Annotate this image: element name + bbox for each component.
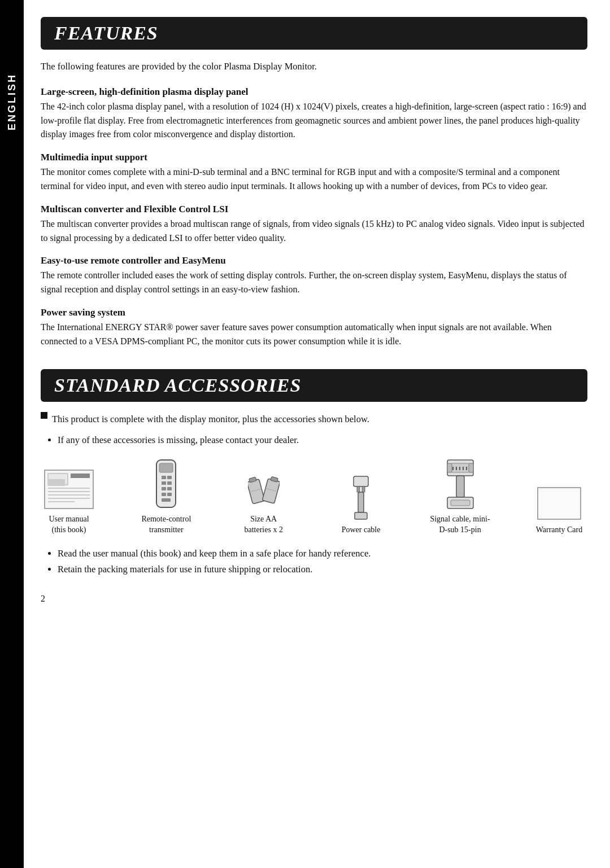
accessory-batteries: Size AAbatteries x 2 bbox=[236, 473, 292, 536]
power-cable-icon bbox=[345, 475, 377, 520]
svg-rect-2 bbox=[71, 474, 90, 478]
accessory-remote-control: Remote-controltransmitter bbox=[138, 458, 194, 536]
main-content: FEATURES The following features are prov… bbox=[24, 0, 610, 868]
svg-rect-13 bbox=[162, 481, 166, 485]
svg-rect-26 bbox=[354, 476, 368, 486]
batteries-label-text: Size AAbatteries x 2 bbox=[245, 515, 283, 534]
feature-5-title: Power saving system bbox=[41, 307, 587, 318]
svg-rect-15 bbox=[162, 487, 166, 490]
feature-2-title: Multimedia input support bbox=[41, 152, 587, 163]
accessories-bullet-2-text: If any of these accessories is missing, … bbox=[58, 435, 299, 445]
feature-4: Easy-to-use remote controller and EasyMe… bbox=[41, 255, 587, 297]
warranty-card-label-text: Warranty Card bbox=[536, 525, 582, 534]
feature-3-title: Multiscan converter and Flexible Control… bbox=[41, 204, 587, 215]
power-cable-svg bbox=[345, 475, 377, 520]
features-header: FEATURES bbox=[41, 17, 587, 50]
svg-rect-10 bbox=[159, 463, 173, 472]
svg-rect-39 bbox=[469, 463, 473, 472]
square-bullet-icon bbox=[41, 412, 47, 419]
feature-1: Large-screen, high-definition plasma dis… bbox=[41, 86, 587, 142]
svg-rect-40 bbox=[456, 476, 464, 497]
accessories-grid: User manual(this book) bbox=[41, 458, 587, 536]
power-cable-label: Power cable bbox=[342, 525, 381, 536]
accessories-main-bullet: This product is complete with the displa… bbox=[41, 412, 587, 427]
footer-bullet-1: Read the user manual (this book) and kee… bbox=[58, 546, 587, 561]
accessory-power-cable: Power cable bbox=[333, 475, 389, 536]
svg-rect-38 bbox=[447, 463, 452, 472]
svg-rect-23 bbox=[262, 478, 280, 503]
svg-rect-30 bbox=[355, 512, 367, 519]
user-manual-label-text: User manual(this book) bbox=[49, 515, 89, 534]
svg-rect-8 bbox=[48, 479, 65, 486]
footer-bullet-1-text: Read the user manual (this book) and kee… bbox=[58, 548, 371, 559]
page-container: ENGLISH FEATURES The following features … bbox=[0, 0, 610, 868]
feature-2: Multimedia input support The monitor com… bbox=[41, 152, 587, 194]
user-manual-label: User manual(this book) bbox=[49, 514, 89, 536]
power-cable-label-text: Power cable bbox=[342, 525, 381, 534]
accessory-user-manual: User manual(this book) bbox=[41, 469, 97, 536]
svg-rect-11 bbox=[162, 476, 166, 479]
footer-bullet-2-text: Retain the packing materials for use in … bbox=[58, 564, 312, 575]
svg-rect-28 bbox=[362, 486, 365, 492]
svg-rect-19 bbox=[162, 498, 171, 502]
batteries-label: Size AAbatteries x 2 bbox=[245, 514, 283, 536]
side-label-bar: ENGLISH bbox=[0, 0, 24, 868]
batteries-svg bbox=[248, 473, 280, 510]
feature-4-title: Easy-to-use remote controller and EasyMe… bbox=[41, 255, 587, 266]
warranty-svg bbox=[537, 486, 582, 520]
svg-rect-12 bbox=[167, 476, 172, 479]
batteries-icon bbox=[248, 473, 280, 510]
accessories-header: STANDARD ACCESSORIES bbox=[41, 369, 587, 402]
svg-rect-16 bbox=[167, 487, 172, 490]
signal-cable-icon bbox=[443, 459, 478, 510]
svg-rect-42 bbox=[451, 500, 470, 506]
accessories-sub-bullet: If any of these accessories is missing, … bbox=[58, 433, 587, 448]
intro-text: The following features are provided by t… bbox=[41, 60, 587, 74]
svg-rect-27 bbox=[357, 486, 360, 492]
signal-cable-svg bbox=[443, 459, 478, 510]
accessories-bullet-1: This product is complete with the displa… bbox=[41, 412, 587, 427]
signal-cable-label-text: Signal cable, mini-D-sub 15-pin bbox=[430, 515, 490, 534]
remote-control-label: Remote-controltransmitter bbox=[141, 514, 191, 536]
accessories-section: STANDARD ACCESSORIES This product is com… bbox=[41, 369, 587, 604]
remote-svg bbox=[154, 458, 178, 510]
accessory-signal-cable: Signal cable, mini-D-sub 15-pin bbox=[430, 459, 490, 536]
svg-rect-14 bbox=[167, 481, 172, 485]
feature-5-body: The International ENERGY STAR® power sav… bbox=[41, 321, 587, 349]
features-section: FEATURES The following features are prov… bbox=[41, 17, 587, 349]
feature-1-title: Large-screen, high-definition plasma dis… bbox=[41, 86, 587, 98]
accessories-bullet-1-text: This product is complete with the displa… bbox=[52, 412, 369, 427]
footer-bullet-2: Retain the packing materials for use in … bbox=[58, 562, 587, 577]
footer-bullets: Read the user manual (this book) and kee… bbox=[58, 546, 587, 576]
svg-rect-29 bbox=[358, 492, 364, 512]
svg-rect-18 bbox=[167, 493, 172, 496]
page-number: 2 bbox=[41, 594, 587, 604]
user-manual-icon bbox=[43, 469, 94, 510]
manual-svg bbox=[43, 469, 94, 510]
svg-rect-17 bbox=[162, 493, 166, 496]
warranty-card-label: Warranty Card bbox=[536, 525, 582, 536]
accessory-warranty-card: Warranty Card bbox=[531, 486, 587, 536]
feature-2-body: The monitor comes complete with a mini-D… bbox=[41, 165, 587, 194]
side-label-text: ENGLISH bbox=[6, 73, 18, 130]
remote-control-label-text: Remote-controltransmitter bbox=[141, 515, 191, 534]
feature-5: Power saving system The International EN… bbox=[41, 307, 587, 349]
signal-cable-label: Signal cable, mini-D-sub 15-pin bbox=[430, 514, 490, 536]
remote-control-icon bbox=[154, 458, 178, 510]
svg-rect-43 bbox=[538, 488, 581, 519]
accessories-bullet-2: If any of these accessories is missing, … bbox=[58, 433, 587, 448]
feature-4-body: The remote controller included eases the… bbox=[41, 269, 587, 297]
feature-3: Multiscan converter and Flexible Control… bbox=[41, 204, 587, 246]
feature-3-body: The multiscan converter provides a broad… bbox=[41, 217, 587, 246]
warranty-card-icon bbox=[537, 486, 582, 520]
feature-1-body: The 42-inch color plasma display panel, … bbox=[41, 100, 587, 142]
